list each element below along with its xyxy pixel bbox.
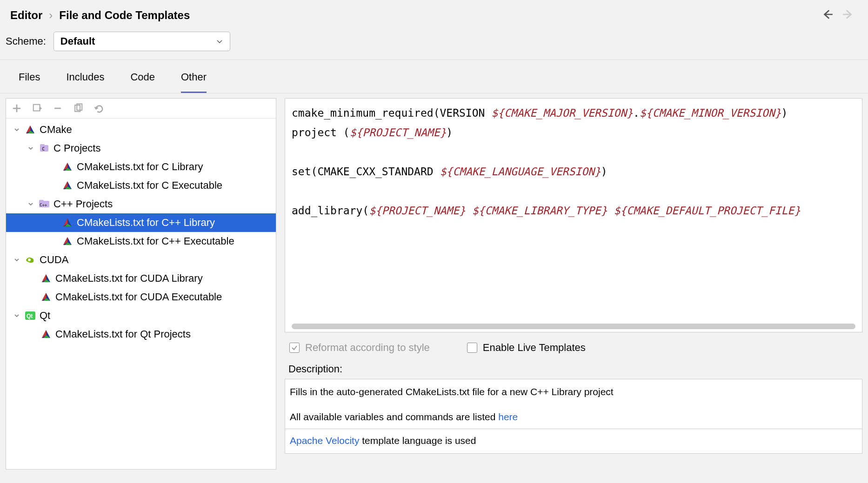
breadcrumb-page: File and Code Templates [59, 9, 190, 22]
scheme-select[interactable]: Default [53, 32, 230, 51]
here-link[interactable]: here [498, 411, 518, 422]
cmake-icon [40, 292, 52, 302]
scheme-label: Scheme: [6, 35, 46, 47]
copy-button[interactable] [73, 103, 83, 113]
tree-label: CMake [40, 124, 72, 136]
reformat-checkbox: Reformat according to style [289, 342, 430, 354]
cmake-icon [62, 162, 73, 172]
templates-panel: CMake C Projects CMakeLists.txt for C Li… [6, 98, 276, 470]
chevron-down-icon [13, 257, 21, 263]
tree-label: CMakeLists.txt for C Library [77, 161, 203, 173]
breadcrumb-separator: › [49, 9, 53, 22]
tree-node-c-executable[interactable]: CMakeLists.txt for C Executable [6, 176, 276, 195]
chevron-down-icon [27, 146, 35, 151]
template-editor[interactable]: cmake_minimum_required(VERSION ${CMAKE_M… [285, 98, 862, 332]
remove-button[interactable] [53, 103, 63, 113]
scheme-value: Default [60, 35, 95, 47]
tree-label: CUDA [40, 254, 68, 266]
cmake-icon [62, 180, 73, 191]
tree-label: C++ Projects [53, 198, 113, 210]
cmake-icon [40, 329, 52, 339]
tabs: Files Includes Code Other [0, 60, 868, 93]
tree-label: CMakeLists.txt for CUDA Library [55, 272, 203, 285]
description-label: Description: [285, 361, 862, 377]
live-templates-checkbox[interactable]: Enable Live Templates [467, 342, 586, 354]
back-button[interactable] [821, 8, 834, 22]
add-button[interactable] [12, 103, 22, 113]
svg-rect-12 [33, 105, 40, 111]
tree-label: CMakeLists.txt for Qt Projects [55, 328, 191, 340]
description-box: Fills in the auto-generated CMakeLists.t… [285, 379, 862, 454]
tab-code[interactable]: Code [130, 71, 155, 93]
folder-c-icon [39, 143, 50, 153]
tree-node-c-projects[interactable]: C Projects [6, 139, 276, 158]
tab-includes[interactable]: Includes [66, 71, 104, 93]
tree-node-cpp-projects[interactable]: C++ Projects [6, 195, 276, 213]
tree-node-qt[interactable]: Qt [6, 306, 276, 325]
horizontal-scrollbar[interactable] [292, 324, 855, 329]
live-templates-label: Enable Live Templates [483, 342, 586, 354]
tree-label: CMakeLists.txt for C++ Executable [77, 235, 234, 247]
tree-label: Qt [40, 310, 50, 322]
folder-cpp-icon [39, 199, 50, 209]
description-line3: Apache Velocity template language is use… [290, 434, 857, 448]
tree-label: CMakeLists.txt for CUDA Executable [55, 291, 222, 303]
tree-node-cpp-library[interactable]: CMakeLists.txt for C++ Library [6, 213, 276, 232]
reformat-label: Reformat according to style [305, 342, 430, 354]
nvidia-icon [25, 255, 36, 265]
tree-label: CMakeLists.txt for C++ Library [77, 217, 215, 229]
tree-label: CMakeLists.txt for C Executable [77, 179, 222, 192]
chevron-down-icon [216, 38, 223, 45]
cmake-icon [62, 236, 73, 246]
chevron-down-icon [13, 313, 21, 318]
tree-node-cmake[interactable]: CMake [6, 120, 276, 139]
tree-node-cuda-library[interactable]: CMakeLists.txt for CUDA Library [6, 269, 276, 288]
cmake-icon [62, 218, 73, 228]
forward-button [842, 8, 854, 22]
tree-node-cuda-executable[interactable]: CMakeLists.txt for CUDA Executable [6, 288, 276, 306]
tree-label: C Projects [53, 142, 100, 154]
revert-button[interactable] [93, 103, 104, 113]
qt-icon [25, 311, 36, 321]
description-line2: All available variables and commands are… [290, 410, 857, 424]
chevron-down-icon [13, 127, 21, 132]
tree-node-c-library[interactable]: CMakeLists.txt for C Library [6, 158, 276, 176]
tree-node-qt-projects[interactable]: CMakeLists.txt for Qt Projects [6, 325, 276, 344]
breadcrumb-root[interactable]: Editor [10, 9, 42, 22]
apache-velocity-link[interactable]: Apache Velocity [290, 435, 359, 446]
cmake-icon [25, 125, 36, 135]
tab-other[interactable]: Other [181, 71, 207, 93]
description-line1: Fills in the auto-generated CMakeLists.t… [290, 385, 857, 399]
cmake-icon [40, 273, 52, 284]
tab-files[interactable]: Files [19, 71, 40, 93]
chevron-down-icon [27, 201, 35, 207]
tree-node-cpp-executable[interactable]: CMakeLists.txt for C++ Executable [6, 232, 276, 251]
template-tree: CMake C Projects CMakeLists.txt for C Li… [6, 119, 276, 469]
breadcrumb: Editor › File and Code Templates [10, 9, 190, 22]
tree-node-cuda[interactable]: CUDA [6, 251, 276, 269]
add-child-button[interactable] [32, 103, 42, 113]
toolbar [6, 99, 276, 119]
